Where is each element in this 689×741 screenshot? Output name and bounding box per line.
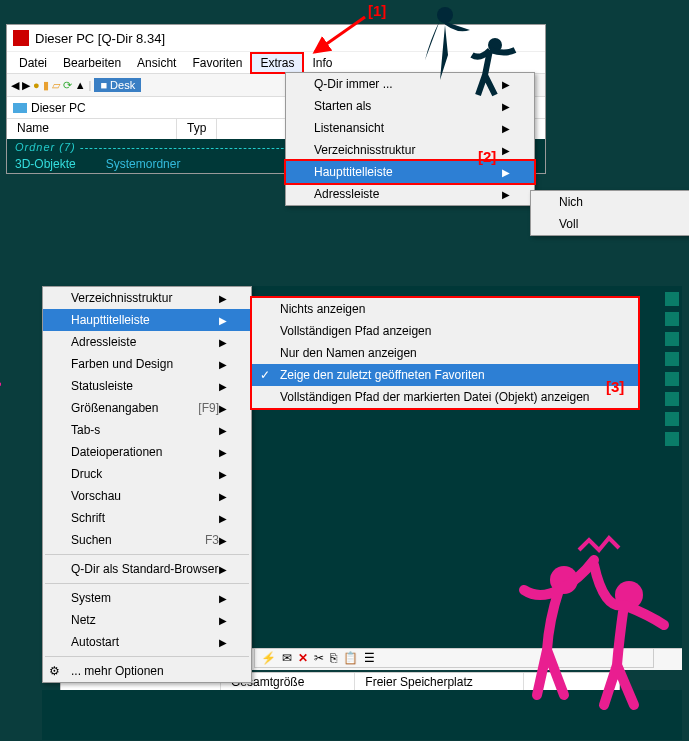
menu-ansicht[interactable]: Ansicht — [129, 54, 184, 72]
bolt-icon[interactable]: ⚡ — [261, 651, 276, 665]
annotation-1: [1] — [368, 2, 386, 19]
menu-item[interactable]: Adressleiste▶ — [286, 183, 534, 205]
menu-item[interactable]: Nur den Namen anzeigen — [252, 342, 638, 364]
strip-icon[interactable] — [665, 392, 679, 406]
extras-dropdown-2: Verzeichnisstruktur▶Haupttitelleiste▶Adr… — [42, 286, 252, 683]
menu-item[interactable]: Vorschau▶ — [43, 485, 251, 507]
watermark-text: www.SoftwareOK.de :-) — [0, 379, 2, 621]
globe-icon[interactable]: ● — [33, 79, 40, 91]
menu-item[interactable]: Statusleiste▶ — [43, 375, 251, 397]
strip-icon[interactable] — [665, 292, 679, 306]
app-icon — [13, 30, 29, 46]
menu-item[interactable]: Netz▶ — [43, 609, 251, 631]
menu-datei[interactable]: Datei — [11, 54, 55, 72]
haupttitelleiste-submenu: Nichts anzeigenVollständigen Pfad anzeig… — [250, 296, 640, 410]
copy-icon[interactable]: ⎘ — [330, 651, 337, 665]
pc-icon — [13, 103, 27, 113]
folder-icon[interactable]: ▮ — [43, 79, 49, 92]
decorative-figure-bottom — [509, 520, 679, 720]
menu-item[interactable]: Autostart▶ — [43, 631, 251, 653]
col-name[interactable]: Name — [7, 119, 177, 139]
menu-item[interactable]: Haupttitelleiste▶ — [43, 309, 251, 331]
refresh-icon[interactable]: ⟳ — [63, 79, 72, 92]
item-name: 3D-Objekte — [15, 157, 76, 171]
mail-icon[interactable]: ✉ — [282, 651, 292, 665]
menu-item[interactable]: Listenansicht▶ — [286, 117, 534, 139]
open-icon[interactable]: ▱ — [52, 79, 60, 92]
menu-item[interactable]: Adressleiste▶ — [43, 331, 251, 353]
menu-separator — [45, 583, 249, 584]
menu-separator — [45, 554, 249, 555]
menu-item[interactable]: Schrift▶ — [43, 507, 251, 529]
strip-icon[interactable] — [665, 312, 679, 326]
menu-item[interactable]: Nichts anzeigen — [252, 298, 638, 320]
menu-item[interactable]: ⚙... mehr Optionen — [43, 660, 251, 682]
menu-item[interactable]: System▶ — [43, 587, 251, 609]
menu-item[interactable]: Haupttitelleiste▶ — [284, 159, 536, 185]
cut-icon[interactable]: ✂ — [314, 651, 324, 665]
menu-separator — [45, 656, 249, 657]
menu-extras[interactable]: Extras — [250, 52, 304, 74]
menu-item[interactable]: Größenangaben[F9]▶ — [43, 397, 251, 419]
menu-favoriten[interactable]: Favoriten — [184, 54, 250, 72]
menu-item[interactable]: Verzeichnisstruktur▶ — [43, 287, 251, 309]
col-frei[interactable]: Freier Speicherplatz — [355, 673, 523, 691]
menu-bearbeiten[interactable]: Bearbeiten — [55, 54, 129, 72]
menu-item[interactable]: SuchenF3▶ — [43, 529, 251, 551]
view-icon[interactable]: ☰ — [364, 651, 375, 665]
desktop-chip[interactable]: ■ Desk — [94, 78, 141, 92]
up-icon[interactable]: ▲ — [75, 79, 86, 91]
strip-icon[interactable] — [665, 332, 679, 346]
strip-icon[interactable] — [665, 432, 679, 446]
annotation-arrow — [310, 12, 370, 57]
toolbar-sep: | — [89, 79, 92, 91]
col-type[interactable]: Typ — [177, 119, 217, 139]
menu-item[interactable]: Tab-s▶ — [43, 419, 251, 441]
decorative-figure-top — [410, 0, 530, 100]
menu-item[interactable]: Vollständigen Pfad anzeigen — [252, 320, 638, 342]
delete-icon[interactable]: ✕ — [298, 651, 308, 665]
strip-icon[interactable] — [665, 412, 679, 426]
window-title: Dieser PC [Q-Dir 8.34] — [35, 31, 165, 46]
menu-item[interactable]: Vollständigen Pfad der markierten Datei … — [252, 386, 638, 408]
menu-item[interactable]: Q-Dir als Standard-Browser▶ — [43, 558, 251, 580]
breadcrumb-text: Dieser PC — [31, 101, 86, 115]
paste-icon[interactable]: 📋 — [343, 651, 358, 665]
annotation-3: [3] — [606, 378, 624, 395]
menu-item[interactable]: Voll — [531, 213, 689, 235]
menu-item[interactable]: ✓Zeige den zuletzt geöffneten Favoriten — [252, 364, 638, 386]
menu-item[interactable]: Dateioperationen▶ — [43, 441, 251, 463]
haupttitelleiste-submenu-peek: NichVoll — [530, 190, 689, 236]
menu-item[interactable]: Druck▶ — [43, 463, 251, 485]
svg-line-0 — [315, 17, 365, 52]
menu-item[interactable]: Nich — [531, 191, 689, 213]
strip-icon[interactable] — [665, 352, 679, 366]
nav-back-icon[interactable]: ◀ — [11, 79, 19, 92]
right-icon-strip — [665, 292, 683, 446]
svg-point-1 — [437, 7, 453, 23]
menu-item[interactable]: Verzeichnisstruktur▶ — [286, 139, 534, 161]
nav-fwd-icon[interactable]: ▶ — [22, 79, 30, 92]
item-type: Systemordner — [106, 157, 181, 171]
strip-icon[interactable] — [665, 372, 679, 386]
menu-item[interactable]: Farben und Design▶ — [43, 353, 251, 375]
annotation-2: [2] — [478, 148, 496, 165]
